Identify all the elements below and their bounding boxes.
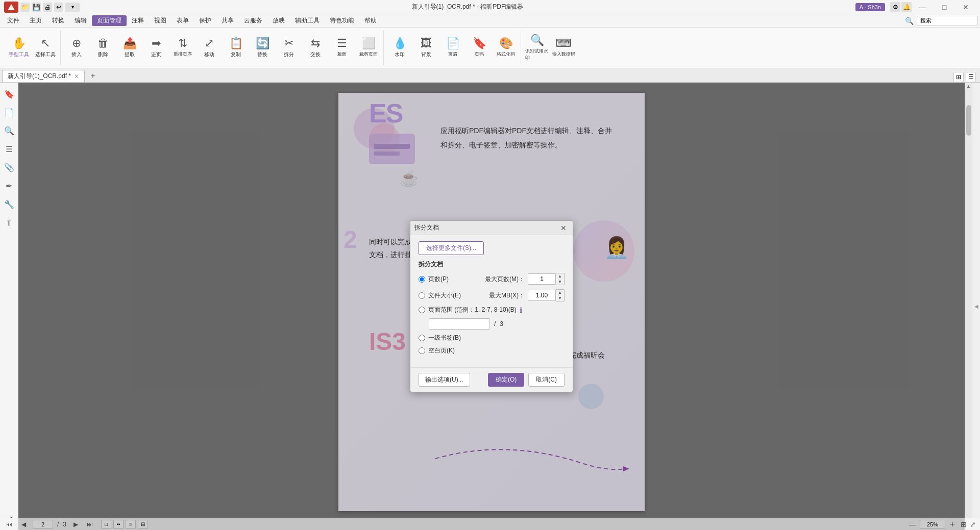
dialog-close-button[interactable]: ✕ (558, 223, 569, 233)
delete-page-button[interactable]: 🗑 删除 (90, 31, 116, 65)
split-option-filesize-label[interactable]: 文件大小(E) (428, 291, 461, 300)
max-mb-input-group: ▲ ▼ (528, 289, 565, 301)
sidebar-bookmark-icon[interactable]: 🔖 (2, 87, 16, 101)
menu-file[interactable]: 文件 (2, 15, 24, 26)
menu-annotate[interactable]: 注释 (127, 15, 149, 26)
input-data-button[interactable]: ⌨ 输入数据码 (551, 31, 576, 65)
extract-page-button[interactable]: 📤 提取 (117, 31, 142, 65)
menu-search-icon[interactable]: 🔍 (905, 17, 914, 25)
settings-icon[interactable]: ⚙ (890, 2, 900, 12)
split-option-blankpage-label[interactable]: 空白页(K) (428, 346, 455, 355)
split-page-button[interactable]: ✂ 拆分 (276, 31, 302, 65)
page-number-button[interactable]: 🔖 页码 (467, 31, 492, 65)
menu-cloud[interactable]: 云服务 (239, 15, 267, 26)
menu-view[interactable]: 视图 (149, 15, 172, 26)
toolbar-more-icon[interactable]: ▾ (65, 3, 80, 12)
menu-share[interactable]: 共享 (216, 15, 239, 26)
select-files-button[interactable]: 选择更多文件(S)... (419, 241, 484, 255)
max-pages-down-button[interactable]: ▼ (556, 279, 564, 285)
split-option-blankpage-radio[interactable] (419, 347, 425, 354)
sidebar-attach-icon[interactable]: 📎 (2, 160, 16, 174)
hand-tool-button[interactable]: ✋ 手型工具 (6, 31, 32, 65)
sidebar-sign-icon[interactable]: ✒ (2, 179, 16, 193)
replace-page-button[interactable]: 🔄 替换 (250, 31, 275, 65)
advance-page-button[interactable]: ➡ 进页 (143, 31, 169, 65)
confirm-button[interactable]: 确定(O) (488, 373, 524, 387)
dialog-footer: 输出选项(U)... 确定(O) 取消(C) (410, 367, 573, 392)
background-button[interactable]: 🖼 背景 (413, 31, 439, 65)
reorder-page-button[interactable]: ⇅ 重排页序 (170, 31, 195, 65)
notifications-icon[interactable]: 🔔 (901, 2, 912, 12)
sidebar-search-icon[interactable]: 🔍 (2, 123, 16, 138)
crop-page-button[interactable]: ⬜ 裁剪页面 (356, 31, 381, 65)
max-mb-up-button[interactable]: ▲ (556, 290, 564, 295)
info-icon[interactable]: ℹ (520, 306, 522, 314)
menu-protect[interactable]: 保护 (194, 15, 216, 26)
scroll-thumb[interactable] (966, 105, 971, 136)
copy-page-button[interactable]: 📋 复制 (223, 31, 249, 65)
output-options-button[interactable]: 输出选项(U)... (419, 373, 470, 387)
right-sidebar-collapse[interactable]: ◀ (972, 83, 980, 530)
max-mb-down-button[interactable]: ▼ (556, 295, 564, 301)
toolbar-file-icon[interactable]: 📁 (20, 3, 30, 12)
header-footer-button[interactable]: 📄 页眉 (440, 31, 465, 65)
max-pages-up-button[interactable]: ▲ (556, 273, 564, 279)
move-page-button[interactable]: ⤢ 移动 (197, 31, 222, 65)
format-button[interactable]: 🎨 格式化码 (493, 31, 519, 65)
scroll-up-button[interactable]: ▲ (965, 83, 972, 90)
split-option-pagerange-radio[interactable] (419, 307, 425, 313)
menu-page-manage[interactable]: 页面管理 (92, 15, 127, 26)
max-mb-input[interactable] (528, 290, 556, 301)
insert-page-button[interactable]: ⊕ 插入 (64, 31, 89, 65)
split-option-bookmark-label[interactable]: 一级书签(B) (428, 334, 461, 342)
menu-home[interactable]: 主页 (24, 15, 47, 26)
max-pages-input[interactable]: 1 (528, 273, 556, 285)
toolbar-undo-icon[interactable]: ↩ (54, 3, 63, 12)
swap-icon: ⇆ (311, 38, 320, 49)
search-input[interactable] (917, 16, 978, 26)
sidebar-pages-icon[interactable]: 📄 (2, 105, 16, 119)
split-option-pages-radio[interactable] (419, 276, 425, 283)
toolbar-group-tools: ✋ 手型工具 ↖ 选择工具 (4, 31, 61, 65)
menu-convert[interactable]: 转换 (47, 15, 69, 26)
swap-page-button[interactable]: ⇆ 交换 (303, 31, 328, 65)
menu-help[interactable]: 帮助 (359, 15, 382, 26)
select-tool-button[interactable]: ↖ 选择工具 (33, 31, 58, 65)
toolbar-print-icon[interactable]: 🖨 (43, 3, 52, 12)
split-option-bookmark-radio[interactable] (419, 335, 425, 341)
maximize-button[interactable]: □ (934, 2, 954, 13)
menu-edit[interactable]: 编辑 (69, 15, 92, 26)
ocr-button[interactable]: 🔍 识别试用水印 (524, 31, 550, 65)
cursor-icon: ↖ (41, 38, 50, 49)
reorder-icon: ⇅ (178, 38, 187, 49)
cancel-button[interactable]: 取消(C) (528, 373, 565, 387)
toolbar-save-icon[interactable]: 💾 (32, 3, 41, 12)
move-icon: ⤢ (205, 38, 214, 49)
menu-present[interactable]: 放映 (267, 15, 290, 26)
split-option-filesize-radio[interactable] (419, 292, 425, 299)
sidebar-layers-icon[interactable]: ☰ (2, 142, 16, 156)
list-view-icon[interactable]: ☰ (966, 72, 976, 82)
tab-add-button[interactable]: + (87, 70, 99, 82)
toolbar-group-ocr: 🔍 识别试用水印 ⌨ 输入数据码 (522, 31, 578, 65)
tab-main[interactable]: 新人引导(1)_OCR.pdf * ✕ (2, 70, 85, 82)
dialog-title: 拆分文档 (414, 223, 439, 232)
scroll-track (965, 90, 972, 523)
menu-form[interactable]: 表单 (172, 15, 194, 26)
tile-view-icon[interactable]: ⊞ (953, 72, 964, 82)
layout-page-button[interactable]: ☰ 版面 (329, 31, 355, 65)
nav-first-button[interactable]: ⏮ (4, 520, 14, 529)
close-button[interactable]: ✕ (955, 2, 976, 13)
page-range-input[interactable] (429, 318, 490, 330)
menu-assist[interactable]: 辅助工具 (290, 15, 325, 26)
fullscreen-icon[interactable]: ⤢ (970, 520, 976, 528)
split-option-pagerange-label[interactable]: 页面范围 (范例：1, 2-7, 8-10)(B) (428, 306, 517, 314)
sidebar-tools-icon[interactable]: 🔧 (2, 197, 16, 211)
sidebar-share-icon[interactable]: ⇧ (2, 215, 16, 230)
minimize-button[interactable]: — (913, 2, 933, 13)
max-mb-label: 最大MB(X)： (484, 291, 525, 300)
split-option-pages-label[interactable]: 页数(P) (428, 275, 449, 284)
menu-features[interactable]: 特色功能 (325, 15, 359, 26)
watermark-button[interactable]: 💧 水印 (387, 31, 412, 65)
tab-close-button[interactable]: ✕ (74, 73, 79, 80)
